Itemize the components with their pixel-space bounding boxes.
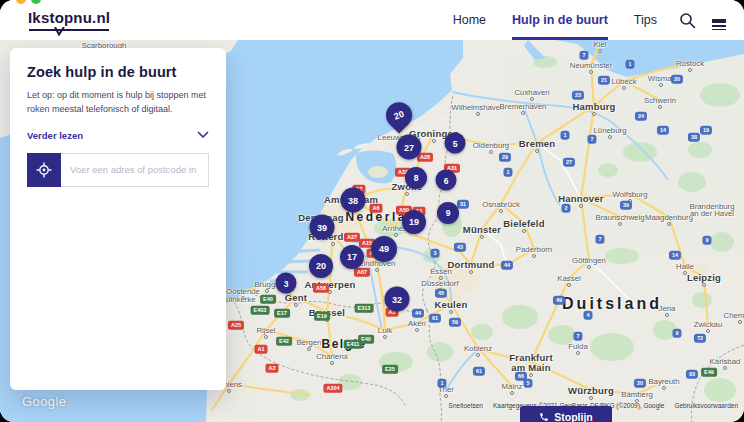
marker-count: 49 [379, 244, 389, 254]
map-terms-link[interactable]: Gebruiksvoorwaarden [674, 402, 738, 409]
map-cluster-marker[interactable]: 5 [445, 133, 466, 154]
app-window: ScarboroughLeeuwardenGroningenZwolleAmst… [0, 0, 744, 422]
marker-count: 39 [317, 222, 327, 232]
stoplijn-label: Stoplijn [554, 411, 593, 422]
phone-icon [539, 412, 549, 422]
map-cluster-marker[interactable]: 20 [309, 254, 333, 278]
header-icons [679, 0, 726, 40]
map-pin-marker[interactable]: 20 [381, 97, 418, 134]
nav-item-home[interactable]: Home [453, 0, 486, 40]
marker-count: 20 [393, 109, 406, 122]
map-shortcuts-link[interactable]: Sneltoetsen [449, 402, 483, 409]
map-cluster-marker[interactable]: 32 [385, 287, 410, 312]
speech-bubble-tail-icon [54, 22, 68, 39]
menu-icon[interactable] [712, 17, 726, 23]
address-search-row [27, 153, 209, 187]
logo[interactable]: Ikstopnu.nl [28, 0, 110, 40]
nav-item-tips[interactable]: Tips [634, 0, 657, 40]
map-cluster-marker[interactable]: 49 [371, 236, 397, 262]
read-more-row: Verder lezen [27, 130, 209, 141]
logo-text: Ikstopnu.nl [28, 9, 110, 31]
search-icon[interactable] [679, 12, 696, 29]
marker-count: 38 [348, 195, 358, 205]
locate-button[interactable] [27, 153, 61, 187]
map-cluster-marker[interactable]: 19 [402, 210, 426, 234]
search-panel: Zoek hulp in de buurt Let op: op dit mom… [10, 48, 226, 390]
marker-count: 8 [414, 173, 419, 183]
marker-count: 17 [347, 252, 357, 262]
google-watermark: Google [22, 394, 66, 409]
map-cluster-marker[interactable]: 39 [310, 215, 335, 240]
panel-notice: Let op: op dit moment is hulp bij stoppe… [27, 89, 209, 117]
map-cluster-marker[interactable]: 8 [405, 167, 427, 189]
marker-count: 5 [453, 138, 458, 148]
stoplijn-button[interactable]: Stoplijn [520, 406, 612, 422]
map-cluster-marker[interactable]: 6 [436, 170, 457, 191]
marker-count: 6 [444, 175, 449, 185]
map-cluster-marker[interactable]: 27 [397, 135, 422, 160]
nav-item-hulp-in-de-buurt[interactable]: Hulp in de buurt [512, 0, 608, 40]
crosshair-icon [36, 162, 52, 178]
marker-count: 3 [284, 278, 289, 288]
marker-count: 20 [316, 261, 326, 271]
map-cluster-marker[interactable]: 9 [437, 202, 459, 224]
panel-title: Zoek hulp in de buurt [27, 64, 209, 80]
map-cluster-marker[interactable]: 17 [340, 245, 364, 269]
address-input[interactable] [61, 153, 209, 187]
map-cluster-marker[interactable]: 38 [341, 188, 366, 213]
read-more-link[interactable]: Verder lezen [27, 130, 83, 141]
map-cluster-marker[interactable]: 3 [276, 273, 297, 294]
chevron-down-icon[interactable] [197, 131, 209, 139]
header: Ikstopnu.nl Home Hulp in de buurt Tips [0, 0, 744, 40]
marker-count: 19 [409, 217, 419, 227]
main-nav: Home Hulp in de buurt Tips [453, 0, 657, 40]
marker-count: 32 [392, 294, 402, 304]
marker-count: 27 [404, 142, 414, 152]
marker-count: 9 [446, 208, 451, 218]
